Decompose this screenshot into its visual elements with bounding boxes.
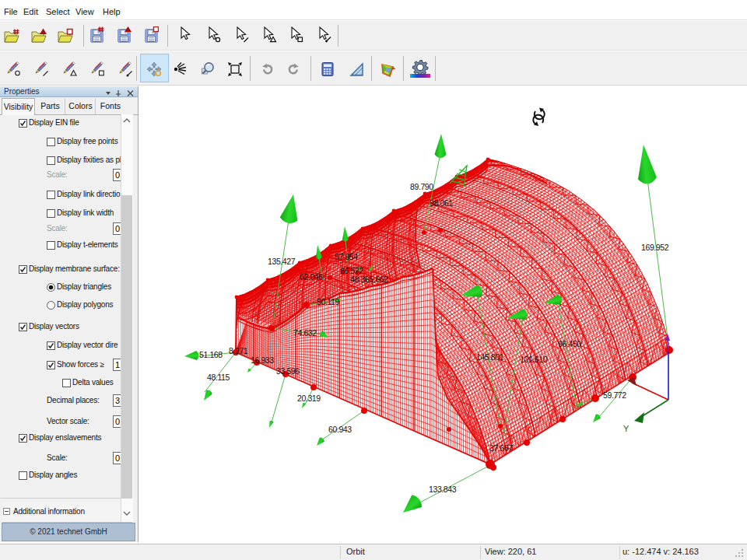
- svg-text:169.952: 169.952: [641, 243, 669, 252]
- svg-text:62.046: 62.046: [300, 272, 323, 282]
- svg-text:96.450: 96.450: [558, 339, 581, 348]
- svg-text:33.596: 33.596: [276, 366, 300, 376]
- svg-text:48.365.662: 48.365.662: [350, 275, 388, 284]
- svg-text:37.667: 37.667: [489, 443, 513, 453]
- svg-text:133.843: 133.843: [429, 485, 457, 494]
- svg-text:60.943: 60.943: [328, 425, 352, 434]
- svg-text:74.632: 74.632: [293, 328, 317, 338]
- svg-text:51.168: 51.168: [199, 350, 223, 359]
- svg-text:16.933: 16.933: [251, 355, 274, 365]
- svg-text:59.772: 59.772: [603, 390, 626, 400]
- svg-text:101.610: 101.610: [520, 355, 548, 364]
- svg-text:20.319: 20.319: [297, 394, 321, 403]
- svg-text:135.427: 135.427: [268, 257, 296, 266]
- svg-text:57.954: 57.954: [335, 252, 358, 261]
- svg-text:8.271: 8.271: [229, 346, 248, 355]
- svg-text:Y: Y: [623, 424, 630, 433]
- svg-text:98.061: 98.061: [430, 198, 453, 208]
- svg-text:50.119: 50.119: [317, 297, 339, 306]
- svg-text:145.801: 145.801: [476, 352, 504, 362]
- svg-text:48.115: 48.115: [207, 373, 230, 382]
- svg-text:89.790: 89.790: [410, 182, 433, 191]
